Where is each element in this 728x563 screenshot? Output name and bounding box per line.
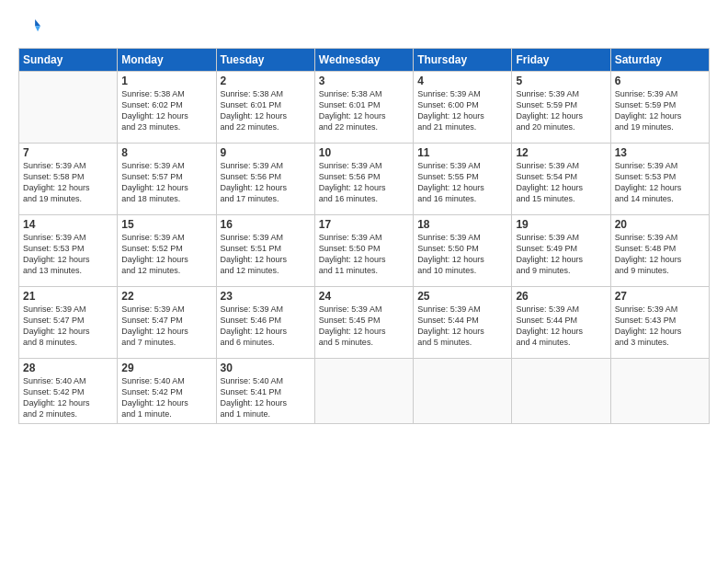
- calendar-day-header: Sunday: [19, 49, 118, 72]
- day-info: Sunrise: 5:39 AM Sunset: 5:59 PM Dayligh…: [516, 88, 606, 133]
- calendar-day-header: Saturday: [610, 49, 709, 72]
- calendar-day-cell: 13Sunrise: 5:39 AM Sunset: 5:53 PM Dayli…: [610, 144, 709, 215]
- day-info: Sunrise: 5:39 AM Sunset: 5:45 PM Dayligh…: [319, 304, 409, 349]
- day-info: Sunrise: 5:38 AM Sunset: 6:01 PM Dayligh…: [221, 88, 311, 133]
- day-info: Sunrise: 5:39 AM Sunset: 5:43 PM Dayligh…: [615, 304, 705, 349]
- day-number: 18: [417, 218, 507, 231]
- calendar-day-cell: 8Sunrise: 5:39 AM Sunset: 5:57 PM Daylig…: [118, 144, 216, 215]
- day-info: Sunrise: 5:39 AM Sunset: 5:58 PM Dayligh…: [23, 160, 113, 205]
- day-number: 28: [23, 362, 113, 374]
- day-info: Sunrise: 5:39 AM Sunset: 5:55 PM Dayligh…: [417, 160, 507, 205]
- calendar-day-cell: 21Sunrise: 5:39 AM Sunset: 5:47 PM Dayli…: [19, 287, 118, 359]
- day-info: Sunrise: 5:38 AM Sunset: 6:01 PM Dayligh…: [319, 88, 409, 133]
- calendar-day-cell: [512, 359, 610, 424]
- calendar-day-cell: 4Sunrise: 5:39 AM Sunset: 6:00 PM Daylig…: [414, 72, 512, 144]
- day-number: 12: [516, 146, 606, 159]
- day-number: 26: [516, 290, 606, 303]
- calendar-day-cell: 1Sunrise: 5:38 AM Sunset: 6:02 PM Daylig…: [118, 72, 216, 144]
- calendar-day-header: Friday: [512, 49, 610, 72]
- calendar-day-cell: 7Sunrise: 5:39 AM Sunset: 5:58 PM Daylig…: [19, 144, 118, 215]
- calendar-day-cell: 23Sunrise: 5:39 AM Sunset: 5:46 PM Dayli…: [216, 287, 314, 359]
- day-info: Sunrise: 5:39 AM Sunset: 5:50 PM Dayligh…: [319, 232, 409, 277]
- day-info: Sunrise: 5:39 AM Sunset: 5:56 PM Dayligh…: [221, 160, 311, 205]
- calendar-day-cell: 6Sunrise: 5:39 AM Sunset: 5:59 PM Daylig…: [610, 72, 709, 144]
- calendar-day-cell: 5Sunrise: 5:39 AM Sunset: 5:59 PM Daylig…: [512, 72, 610, 144]
- page: SundayMondayTuesdayWednesdayThursdayFrid…: [0, 0, 728, 563]
- calendar-day-cell: 2Sunrise: 5:38 AM Sunset: 6:01 PM Daylig…: [216, 72, 314, 144]
- calendar-day-cell: [414, 359, 512, 424]
- day-number: 3: [319, 75, 409, 87]
- day-info: Sunrise: 5:39 AM Sunset: 5:44 PM Dayligh…: [516, 304, 606, 349]
- day-number: 11: [417, 146, 507, 159]
- calendar-day-cell: 14Sunrise: 5:39 AM Sunset: 5:53 PM Dayli…: [19, 215, 118, 287]
- svg-marker-0: [35, 19, 40, 26]
- calendar-day-cell: 29Sunrise: 5:40 AM Sunset: 5:42 PM Dayli…: [118, 359, 216, 424]
- header: [18, 17, 710, 40]
- calendar-week-row: 14Sunrise: 5:39 AM Sunset: 5:53 PM Dayli…: [19, 215, 710, 287]
- calendar-day-cell: 26Sunrise: 5:39 AM Sunset: 5:44 PM Dayli…: [512, 287, 610, 359]
- logo: [18, 17, 40, 40]
- day-number: 22: [121, 290, 211, 303]
- day-number: 9: [221, 146, 311, 159]
- calendar-day-cell: 25Sunrise: 5:39 AM Sunset: 5:44 PM Dayli…: [414, 287, 512, 359]
- calendar-day-cell: 19Sunrise: 5:39 AM Sunset: 5:49 PM Dayli…: [512, 215, 610, 287]
- logo-icon: [20, 17, 40, 37]
- day-number: 6: [615, 75, 705, 87]
- day-info: Sunrise: 5:39 AM Sunset: 5:51 PM Dayligh…: [221, 232, 311, 277]
- calendar-day-header: Monday: [118, 49, 216, 72]
- calendar-day-cell: [19, 72, 118, 144]
- calendar-day-cell: [610, 359, 709, 424]
- calendar-day-cell: 11Sunrise: 5:39 AM Sunset: 5:55 PM Dayli…: [414, 144, 512, 215]
- day-number: 13: [615, 146, 705, 159]
- day-info: Sunrise: 5:39 AM Sunset: 5:50 PM Dayligh…: [417, 232, 507, 277]
- day-info: Sunrise: 5:40 AM Sunset: 5:42 PM Dayligh…: [121, 375, 211, 420]
- day-info: Sunrise: 5:39 AM Sunset: 5:54 PM Dayligh…: [516, 160, 606, 205]
- calendar-day-cell: 20Sunrise: 5:39 AM Sunset: 5:48 PM Dayli…: [610, 215, 709, 287]
- calendar-day-cell: 28Sunrise: 5:40 AM Sunset: 5:42 PM Dayli…: [19, 359, 118, 424]
- svg-marker-1: [35, 26, 40, 31]
- calendar-day-cell: 12Sunrise: 5:39 AM Sunset: 5:54 PM Dayli…: [512, 144, 610, 215]
- day-info: Sunrise: 5:39 AM Sunset: 5:48 PM Dayligh…: [615, 232, 705, 277]
- day-info: Sunrise: 5:39 AM Sunset: 5:59 PM Dayligh…: [615, 88, 705, 133]
- day-number: 19: [516, 218, 606, 231]
- day-info: Sunrise: 5:40 AM Sunset: 5:41 PM Dayligh…: [221, 375, 311, 420]
- day-number: 29: [121, 362, 211, 374]
- calendar-day-cell: 15Sunrise: 5:39 AM Sunset: 5:52 PM Dayli…: [118, 215, 216, 287]
- day-number: 23: [221, 290, 311, 303]
- day-info: Sunrise: 5:39 AM Sunset: 5:44 PM Dayligh…: [417, 304, 507, 349]
- day-info: Sunrise: 5:39 AM Sunset: 5:56 PM Dayligh…: [319, 160, 409, 205]
- day-number: 20: [615, 218, 705, 231]
- day-info: Sunrise: 5:39 AM Sunset: 5:57 PM Dayligh…: [121, 160, 211, 205]
- calendar-day-cell: 30Sunrise: 5:40 AM Sunset: 5:41 PM Dayli…: [216, 359, 314, 424]
- calendar-week-row: 21Sunrise: 5:39 AM Sunset: 5:47 PM Dayli…: [19, 287, 710, 359]
- day-number: 25: [417, 290, 507, 303]
- calendar-day-cell: 16Sunrise: 5:39 AM Sunset: 5:51 PM Dayli…: [216, 215, 314, 287]
- calendar-day-header: Thursday: [414, 49, 512, 72]
- day-info: Sunrise: 5:39 AM Sunset: 6:00 PM Dayligh…: [417, 88, 507, 133]
- day-info: Sunrise: 5:39 AM Sunset: 5:53 PM Dayligh…: [615, 160, 705, 205]
- day-info: Sunrise: 5:39 AM Sunset: 5:49 PM Dayligh…: [516, 232, 606, 277]
- day-info: Sunrise: 5:39 AM Sunset: 5:53 PM Dayligh…: [23, 232, 113, 277]
- calendar-week-row: 7Sunrise: 5:39 AM Sunset: 5:58 PM Daylig…: [19, 144, 710, 215]
- day-number: 2: [221, 75, 311, 87]
- day-info: Sunrise: 5:39 AM Sunset: 5:52 PM Dayligh…: [121, 232, 211, 277]
- calendar-day-cell: 17Sunrise: 5:39 AM Sunset: 5:50 PM Dayli…: [314, 215, 413, 287]
- calendar-day-cell: [314, 359, 413, 424]
- day-number: 4: [417, 75, 507, 87]
- day-number: 30: [221, 362, 311, 374]
- day-number: 7: [23, 146, 113, 159]
- calendar-day-cell: 27Sunrise: 5:39 AM Sunset: 5:43 PM Dayli…: [610, 287, 709, 359]
- calendar-day-cell: 9Sunrise: 5:39 AM Sunset: 5:56 PM Daylig…: [216, 144, 314, 215]
- day-number: 27: [615, 290, 705, 303]
- day-number: 15: [121, 218, 211, 231]
- day-number: 16: [221, 218, 311, 231]
- day-number: 8: [121, 146, 211, 159]
- day-info: Sunrise: 5:39 AM Sunset: 5:46 PM Dayligh…: [221, 304, 311, 349]
- day-number: 17: [319, 218, 409, 231]
- day-number: 5: [516, 75, 606, 87]
- calendar-day-cell: 22Sunrise: 5:39 AM Sunset: 5:47 PM Dayli…: [118, 287, 216, 359]
- day-info: Sunrise: 5:39 AM Sunset: 5:47 PM Dayligh…: [23, 304, 113, 349]
- calendar-day-cell: 24Sunrise: 5:39 AM Sunset: 5:45 PM Dayli…: [314, 287, 413, 359]
- calendar-day-cell: 10Sunrise: 5:39 AM Sunset: 5:56 PM Dayli…: [314, 144, 413, 215]
- calendar-day-header: Tuesday: [216, 49, 314, 72]
